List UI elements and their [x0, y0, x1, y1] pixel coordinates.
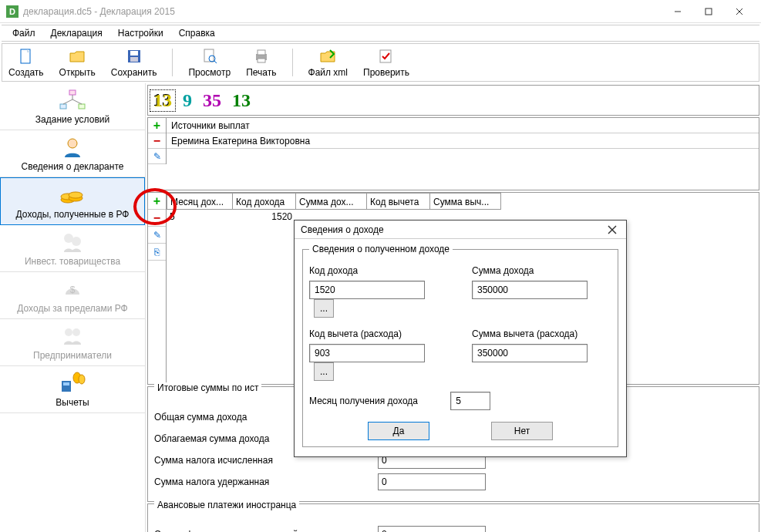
input-income-sum[interactable]	[472, 281, 588, 299]
nav-income-rf[interactable]: Доходы, полученные в РФ	[0, 177, 145, 225]
tb-check[interactable]: Проверить	[363, 47, 409, 78]
input-deduction-code[interactable]	[309, 344, 425, 362]
preview-icon	[200, 47, 219, 66]
nav-income-foreign: $ Доходы за пределами РФ	[0, 272, 145, 319]
nav-invest: Инвест. товарищества	[0, 225, 145, 272]
tb-print-label: Печать	[246, 67, 276, 78]
svg-point-31	[72, 328, 80, 336]
menu-settings[interactable]: Настройки	[113, 26, 168, 40]
tb-preview[interactable]: Просмотр	[188, 47, 231, 78]
nav-conditions-label: Задание условий	[3, 114, 142, 125]
nav-conditions[interactable]: Задание условий	[0, 83, 145, 130]
svg-rect-8	[130, 57, 138, 62]
menu-declaration[interactable]: Декларация	[46, 26, 107, 40]
source-remove-button[interactable]: −	[148, 133, 166, 149]
svg-point-35	[79, 375, 85, 384]
col-ded-sum[interactable]: Сумма выч...	[430, 193, 501, 210]
window-title: декларация.dc5 - Декларация 2015	[23, 6, 662, 17]
maximize-button[interactable]	[693, 1, 724, 22]
advance-box: Авансовые платежи иностранца Сумма фикси…	[147, 503, 759, 532]
tb-preview-label: Просмотр	[188, 67, 231, 78]
svg-rect-14	[258, 59, 265, 62]
nav-invest-label: Инвест. товарищества	[3, 256, 142, 267]
total-label-3: Сумма налога удержанная	[154, 476, 378, 487]
label-deduction-code: Код вычета (расхода)	[309, 328, 449, 339]
nav-declarant-icon	[3, 135, 142, 160]
source-add-button[interactable]: +	[148, 118, 166, 133]
menu-help[interactable]: Справка	[174, 26, 220, 40]
col-month[interactable]: Месяц дох...	[167, 193, 233, 210]
input-income-code[interactable]	[309, 281, 425, 299]
dialog-close-button[interactable]	[604, 222, 620, 237]
cell-month: 5	[167, 210, 233, 225]
nav-income-rf-label: Доходы, полученные в РФ	[4, 209, 141, 220]
svg-line-20	[63, 99, 72, 104]
income-grid-header: Месяц дох... Код дохода Сумма дох... Код…	[167, 193, 759, 210]
tb-print[interactable]: Печать	[246, 47, 276, 78]
rate-tabs: 13 9 35 13	[147, 85, 759, 116]
dialog-cancel-button[interactable]: Нет	[491, 422, 553, 440]
svg-rect-13	[258, 50, 265, 55]
svg-rect-7	[130, 51, 138, 56]
nav-conditions-icon	[3, 88, 142, 113]
nav-entrepreneur-icon	[3, 324, 142, 348]
tb-save[interactable]: Сохранить	[111, 47, 157, 78]
left-nav: Задание условий Сведения о декларанте До…	[0, 83, 146, 532]
menu-file[interactable]: Файл	[8, 26, 40, 40]
nav-income-rf-icon	[4, 183, 141, 207]
col-ded-code[interactable]: Код вычета	[367, 193, 430, 210]
svg-rect-33	[63, 382, 69, 386]
source-edit-button[interactable]: ✎	[148, 149, 166, 164]
income-remove-button[interactable]: −	[148, 210, 166, 227]
label-income-code: Код дохода	[309, 265, 449, 276]
tb-open[interactable]: Открыть	[59, 47, 96, 78]
advance-label: Сумма фиксированных платежей	[154, 529, 378, 532]
app-icon: D	[6, 5, 19, 18]
source-item[interactable]: Еремина Екатерина Викторовна	[167, 133, 759, 149]
rate-tab-9[interactable]: 9	[179, 89, 196, 112]
close-button[interactable]	[724, 1, 755, 22]
rate-tab-13b[interactable]: 13	[228, 89, 254, 112]
income-repeat-button[interactable]: ⎘	[148, 244, 166, 261]
input-month[interactable]	[450, 392, 490, 410]
totals-title: Итоговые суммы по ист	[154, 382, 261, 393]
sources-panel: + − ✎ Источники выплат Еремина Екатерина…	[147, 117, 759, 190]
svg-rect-15	[380, 50, 391, 62]
rate-tab-35[interactable]: 35	[199, 89, 225, 112]
tb-check-label: Проверить	[363, 67, 409, 78]
copy-icon: ⎘	[154, 247, 160, 258]
save-icon	[125, 47, 143, 66]
dialog-ok-button[interactable]: Да	[368, 422, 429, 440]
tb-open-label: Открыть	[59, 67, 96, 78]
svg-point-22	[68, 139, 77, 148]
print-icon	[252, 47, 271, 66]
rate-tab-13[interactable]: 13	[150, 89, 176, 112]
tb-divider-2	[292, 49, 293, 76]
label-income-sum: Сумма дохода	[472, 265, 611, 276]
tb-xml[interactable]: Файл xml	[308, 47, 349, 78]
input-deduction-sum[interactable]	[472, 344, 588, 362]
col-income-code[interactable]: Код дохода	[233, 193, 296, 210]
dialog-title: Сведения о доходе	[301, 224, 604, 235]
tb-new[interactable]: Создать	[8, 47, 44, 78]
nav-invest-icon	[3, 230, 142, 254]
minimize-button[interactable]	[662, 1, 693, 22]
income-edit-button[interactable]: ✎	[148, 227, 166, 244]
nav-deductions[interactable]: Вычеты	[0, 366, 145, 413]
total-input-3[interactable]	[378, 473, 486, 490]
plus-icon: +	[153, 194, 160, 208]
svg-point-26	[69, 192, 82, 198]
income-add-button[interactable]: +	[148, 193, 166, 210]
close-icon	[608, 225, 617, 234]
advance-input[interactable]	[378, 526, 486, 532]
nav-declarant[interactable]: Сведения о декларанте	[0, 130, 145, 177]
col-income-sum[interactable]: Сумма дох...	[296, 193, 367, 210]
titlebar: D декларация.dc5 - Декларация 2015	[0, 0, 761, 23]
lookup-income-code-button[interactable]: ...	[314, 299, 334, 318]
tb-xml-label: Файл xml	[308, 67, 349, 78]
edit-icon: ✎	[153, 230, 161, 241]
xml-icon	[318, 47, 337, 66]
file-new-icon	[17, 47, 35, 66]
lookup-deduction-code-button[interactable]: ...	[314, 362, 334, 381]
check-icon	[377, 47, 396, 66]
